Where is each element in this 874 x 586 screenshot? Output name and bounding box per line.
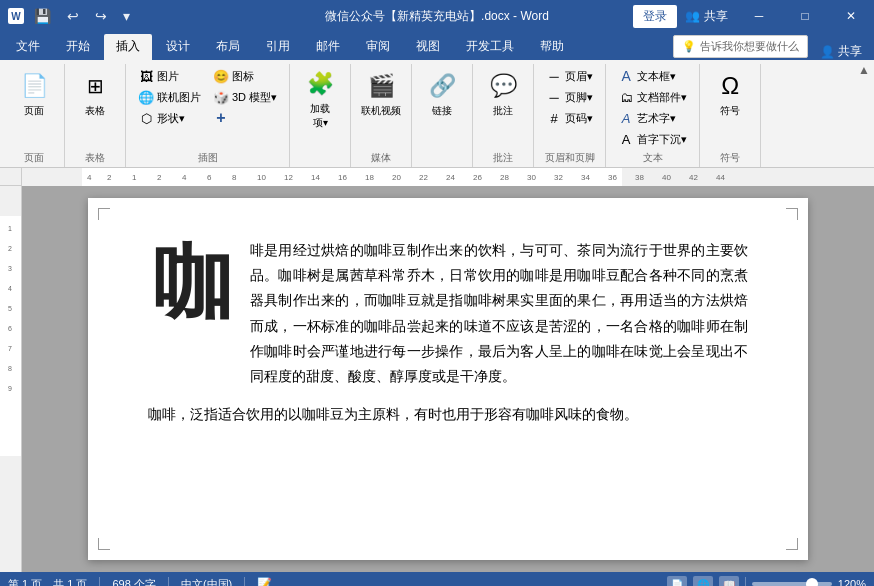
wordart-icon: A — [618, 110, 634, 126]
minimize-button[interactable]: ─ — [736, 0, 782, 32]
online-picture-button[interactable]: 🌐 联机图片 — [134, 87, 205, 107]
zoom-slider[interactable] — [752, 582, 832, 586]
close-button[interactable]: ✕ — [828, 0, 874, 32]
svg-text:1: 1 — [8, 225, 12, 232]
dropcap-button[interactable]: A 首字下沉▾ — [614, 129, 691, 149]
title-bar-left: W 💾 ↩ ↪ ▾ — [0, 6, 144, 26]
word-count[interactable]: 698 个字 — [112, 577, 155, 587]
picture-button[interactable]: 🖼 图片 — [134, 66, 205, 86]
shapes-button[interactable]: ⬡ 形状▾ — [134, 108, 205, 128]
svg-text:32: 32 — [554, 173, 563, 182]
zoom-level[interactable]: 120% — [838, 578, 866, 586]
dropcap-icon: A — [618, 131, 634, 147]
ribbon-group-addins: 🧩 加载项▾ — [290, 64, 351, 167]
comment-button[interactable]: 💬 批注 — [481, 66, 525, 122]
picture-label: 图片 — [157, 69, 179, 84]
status-bar: 第 1 页，共 1 页 698 个字 中文(中国) 📝 📄 🌐 📖 120% — [0, 572, 874, 586]
ribbon-group-illustrations: 🖼 图片 🌐 联机图片 ⬡ 形状▾ 😊 图标 — [126, 64, 290, 167]
ribbon-group-comments: 💬 批注 批注 — [473, 64, 534, 167]
tab-mailings[interactable]: 邮件 — [304, 34, 352, 60]
svg-text:22: 22 — [419, 173, 428, 182]
ruler-area: 4 2 1 2 4 6 8 10 12 14 16 18 20 22 24 26… — [0, 168, 874, 186]
maximize-button[interactable]: □ — [782, 0, 828, 32]
svg-text:12: 12 — [284, 173, 293, 182]
pages-group-label: 页面 — [24, 149, 44, 167]
online-video-label: 联机视频 — [361, 104, 401, 118]
svg-text:4: 4 — [182, 173, 187, 182]
dropcap-label: 首字下沉▾ — [637, 132, 687, 147]
svg-text:8: 8 — [8, 365, 12, 372]
tab-file[interactable]: 文件 — [4, 34, 52, 60]
symbol-button[interactable]: Ω 符号 — [708, 66, 752, 122]
docparts-button[interactable]: 🗂 文档部件▾ — [614, 87, 691, 107]
link-button[interactable]: 🔗 链接 — [420, 66, 464, 122]
share2-icon: 👤 — [820, 45, 835, 59]
wordart-button[interactable]: A 艺术字▾ — [614, 108, 691, 128]
icons-button[interactable]: 😊 图标 — [209, 66, 281, 86]
redo-button[interactable]: ↪ — [89, 6, 113, 26]
footer-button[interactable]: ─ 页脚▾ — [542, 87, 597, 107]
svg-text:2: 2 — [8, 245, 12, 252]
page-number-label: 页码▾ — [565, 111, 593, 126]
status-right: 📄 🌐 📖 120% — [667, 576, 866, 586]
svg-rect-28 — [0, 216, 22, 456]
header-icon: ─ — [546, 68, 562, 84]
page-icon: 📄 — [18, 70, 50, 102]
print-view-button[interactable]: 📄 — [667, 576, 687, 586]
save-button[interactable]: 💾 — [28, 6, 57, 26]
share-area[interactable]: 👥 共享 — [685, 8, 728, 25]
svg-text:28: 28 — [500, 173, 509, 182]
svg-text:9: 9 — [8, 385, 12, 392]
smartart-button[interactable]: + — [209, 108, 281, 128]
ribbon-group-text: A 文本框▾ 🗂 文档部件▾ A 艺术字▾ A 首字下沉▾ — [606, 64, 700, 167]
3d-model-label: 3D 模型▾ — [232, 90, 277, 105]
login-button[interactable]: 登录 — [633, 5, 677, 28]
read-view-button[interactable]: 📖 — [719, 576, 739, 586]
textbox-button[interactable]: A 文本框▾ — [614, 66, 691, 86]
svg-text:26: 26 — [473, 173, 482, 182]
table-button[interactable]: ⊞ 表格 — [73, 66, 117, 122]
tab-help[interactable]: 帮助 — [528, 34, 576, 60]
symbol-icon: Ω — [714, 70, 746, 102]
page-button[interactable]: 📄 页面 — [12, 66, 56, 122]
tab-references[interactable]: 引用 — [254, 34, 302, 60]
addins-icon: 🧩 — [304, 68, 336, 100]
addins-button[interactable]: 🧩 加载项▾ — [298, 66, 342, 132]
float-text[interactable]: 啡是用经过烘焙的咖啡豆制作出来的饮料，与可可、茶同为流行于世界的主要饮品。咖啡树… — [250, 238, 748, 389]
page-container[interactable]: 咖 啡是用经过烘焙的咖啡豆制作出来的饮料，与可可、茶同为流行于世界的主要饮品。咖… — [22, 186, 874, 572]
tab-layout[interactable]: 布局 — [204, 34, 252, 60]
tab-review[interactable]: 审阅 — [354, 34, 402, 60]
main-text[interactable]: 咖啡，泛指适合饮用的以咖啡豆为主原料，有时也用于形容有咖啡风味的食物。 — [148, 401, 748, 428]
document-area: 1 2 3 4 5 6 7 8 9 咖 啡是用经过烘焙的咖啡豆制作出来的饮料，与… — [0, 186, 874, 572]
ruler: 4 2 1 2 4 6 8 10 12 14 16 18 20 22 24 26… — [22, 168, 874, 186]
ribbon-share[interactable]: 👤 共享 — [820, 43, 862, 60]
tab-design[interactable]: 设计 — [154, 34, 202, 60]
undo-button[interactable]: ↩ — [61, 6, 85, 26]
svg-text:38: 38 — [635, 173, 644, 182]
wordart-label: 艺术字▾ — [637, 111, 676, 126]
tab-developer[interactable]: 开发工具 — [454, 34, 526, 60]
tell-me-input[interactable]: 💡 告诉我你想要做什么 — [673, 35, 808, 58]
online-video-button[interactable]: 🎬 联机视频 — [359, 66, 403, 122]
link-label: 链接 — [432, 104, 452, 118]
collapse-ribbon-button[interactable]: ▲ — [854, 60, 874, 80]
textbox-icon: A — [618, 68, 634, 84]
web-view-button[interactable]: 🌐 — [693, 576, 713, 586]
header-button[interactable]: ─ 页眉▾ — [542, 66, 597, 86]
tab-insert[interactable]: 插入 — [104, 34, 152, 60]
customize-button[interactable]: ▾ — [117, 6, 136, 26]
3d-model-button[interactable]: 🎲 3D 模型▾ — [209, 87, 281, 107]
addins-label: 加载项▾ — [310, 102, 330, 130]
language[interactable]: 中文(中国) — [181, 577, 232, 587]
svg-text:36: 36 — [608, 173, 617, 182]
page-info[interactable]: 第 1 页，共 1 页 — [8, 577, 87, 587]
svg-text:16: 16 — [338, 173, 347, 182]
tab-view[interactable]: 视图 — [404, 34, 452, 60]
docparts-label: 文档部件▾ — [637, 90, 687, 105]
ribbon-group-header-footer: ─ 页眉▾ ─ 页脚▾ # 页码▾ 页眉和页脚 — [534, 64, 606, 167]
tab-home[interactable]: 开始 — [54, 34, 102, 60]
ribbon-group-media: 🎬 联机视频 媒体 — [351, 64, 412, 167]
shapes-icon: ⬡ — [138, 110, 154, 126]
svg-text:42: 42 — [689, 173, 698, 182]
page-number-button[interactable]: # 页码▾ — [542, 108, 597, 128]
